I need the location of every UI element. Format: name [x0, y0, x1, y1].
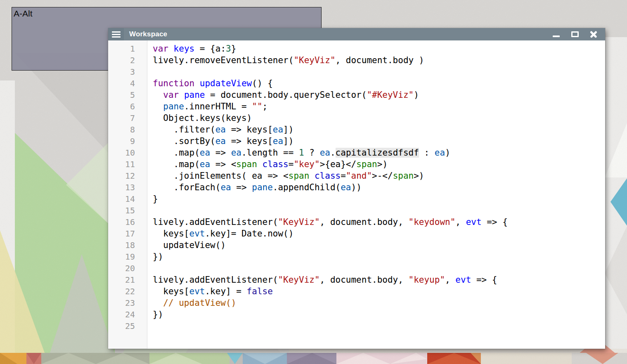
- workspace-window: Workspace 123456789101112131415161718192…: [108, 28, 605, 349]
- code-line[interactable]: [153, 320, 605, 332]
- code-line[interactable]: Object.keys(keys): [153, 112, 605, 124]
- line-number: 8: [108, 124, 147, 135]
- code-line[interactable]: }: [153, 193, 605, 205]
- code-line[interactable]: lively.addEventListener("KeyViz", docume…: [153, 216, 605, 228]
- line-number: 15: [108, 205, 147, 216]
- code-line[interactable]: var pane = document.body.querySelector("…: [153, 89, 605, 101]
- line-number: 1: [108, 43, 147, 54]
- line-number: 20: [108, 262, 147, 274]
- line-number: 11: [108, 158, 147, 170]
- code-line[interactable]: // updatView(): [153, 297, 605, 309]
- code-line[interactable]: keys[evt.key] = false: [153, 286, 605, 297]
- code-line[interactable]: var keys = {a:3}: [153, 43, 605, 54]
- line-number: 21: [108, 274, 147, 286]
- line-number: 4: [108, 78, 147, 89]
- line-number: 9: [108, 135, 147, 147]
- line-number: 13: [108, 182, 147, 193]
- line-number: 14: [108, 193, 147, 205]
- code-line[interactable]: .joinElements( ea => <span class="and">-…: [153, 170, 605, 182]
- line-number: 17: [108, 228, 147, 239]
- line-number: 3: [108, 66, 147, 78]
- line-number: 19: [108, 251, 147, 262]
- line-number: 24: [108, 309, 147, 320]
- window-menu-button[interactable]: [108, 28, 124, 40]
- code-editor[interactable]: 1234567891011121314151617181920212223242…: [108, 40, 605, 349]
- desktop: { "desktop": { "panel_label": "A-Alt" },…: [0, 0, 627, 364]
- code-line[interactable]: .forEach(ea => pane.appendChild(ea)): [153, 182, 605, 193]
- line-number: 5: [108, 89, 147, 101]
- code-line[interactable]: }): [153, 251, 605, 262]
- line-number: 2: [108, 54, 147, 66]
- code-line[interactable]: keys[evt.key]= Date.now(): [153, 228, 605, 239]
- line-number: 23: [108, 297, 147, 309]
- code-line[interactable]: [153, 205, 605, 216]
- minimize-button[interactable]: [552, 31, 561, 38]
- line-number: 12: [108, 170, 147, 182]
- line-number-gutter: 1234567891011121314151617181920212223242…: [108, 40, 147, 349]
- line-number: 16: [108, 216, 147, 228]
- maximize-button[interactable]: [571, 31, 579, 38]
- code-line[interactable]: .sortBy(ea => keys[ea]): [153, 135, 605, 147]
- code-line[interactable]: [153, 262, 605, 274]
- a-alt-panel-label: A-Alt: [14, 9, 33, 18]
- code-line[interactable]: .map(ea => ea.length == 1 ? ea.capitaliz…: [153, 147, 605, 158]
- code-line[interactable]: lively.addEventListener("KeyViz", docume…: [153, 274, 605, 286]
- close-button[interactable]: [589, 31, 598, 38]
- window-title: Workspace: [129, 30, 167, 38]
- window-controls: [552, 31, 605, 38]
- window-titlebar[interactable]: Workspace: [108, 28, 605, 40]
- code-line[interactable]: pane.innerHTML = "";: [153, 101, 605, 112]
- line-number: 22: [108, 286, 147, 297]
- line-number: 7: [108, 112, 147, 124]
- code-line[interactable]: [153, 66, 605, 78]
- code-line[interactable]: function updateView() {: [153, 78, 605, 89]
- line-number: 6: [108, 101, 147, 112]
- code-line[interactable]: updateView(): [153, 239, 605, 251]
- code-line[interactable]: lively.removeEventListener("KeyViz", doc…: [153, 54, 605, 66]
- line-number: 25: [108, 320, 147, 332]
- code-area[interactable]: var keys = {a:3}lively.removeEventListen…: [147, 40, 605, 349]
- code-line[interactable]: .map(ea => <span class="key">{ea}</span>…: [153, 158, 605, 170]
- code-line[interactable]: }): [153, 309, 605, 320]
- line-number: 18: [108, 239, 147, 251]
- line-number: 10: [108, 147, 147, 158]
- code-line[interactable]: .filter(ea => keys[ea]): [153, 124, 605, 135]
